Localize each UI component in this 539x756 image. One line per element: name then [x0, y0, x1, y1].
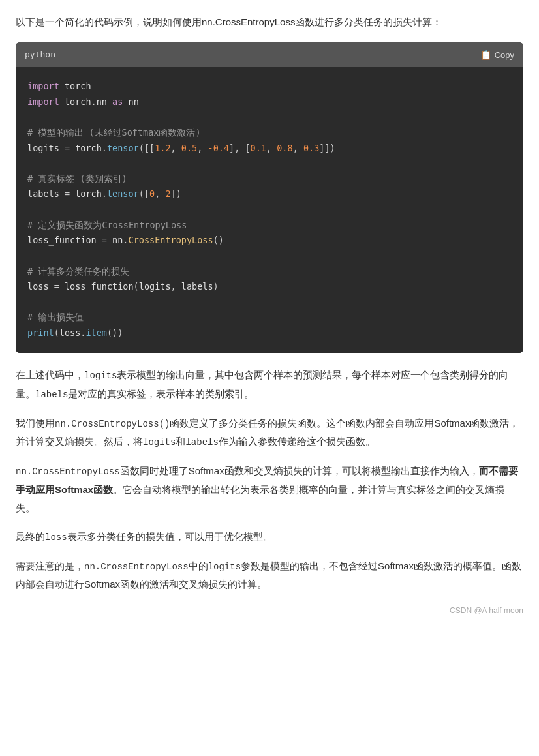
paragraph-3: nn.CrossEntropyLoss函数同时处理了Softmax函数和交叉熵损…	[16, 462, 523, 517]
paragraph-1: 在上述代码中，logits表示模型的输出向量，其中包含两个样本的预测结果，每个样…	[16, 366, 523, 404]
footer: CSDN @A half moon	[16, 604, 523, 617]
code-body: import torch import torch.nn as nn # 模型的…	[16, 67, 523, 353]
code-block-wrapper: python 📋 Copy import torch import torch.…	[16, 42, 523, 353]
copy-button[interactable]: 📋 Copy	[480, 50, 514, 60]
copy-icon: 📋	[480, 50, 491, 60]
paragraph-4: 最终的loss表示多分类任务的损失值，可以用于优化模型。	[16, 528, 523, 547]
code-header: python 📋 Copy	[16, 42, 523, 67]
footer-text: CSDN @A half moon	[450, 606, 523, 615]
code-lang: python	[25, 48, 55, 62]
paragraph-5: 需要注意的是，nn.CrossEntropyLoss中的logits参数是模型的…	[16, 557, 523, 594]
copy-label: Copy	[495, 50, 514, 60]
intro-text: 以下是一个简化的代码示例，说明如何使用nn.CrossEntropyLoss函数…	[16, 13, 523, 31]
code-pre: import torch import torch.nn as nn # 模型的…	[27, 79, 512, 341]
paragraph-2: 我们使用nn.CrossEntropyLoss()函数定义了多分类任务的损失函数…	[16, 414, 523, 452]
